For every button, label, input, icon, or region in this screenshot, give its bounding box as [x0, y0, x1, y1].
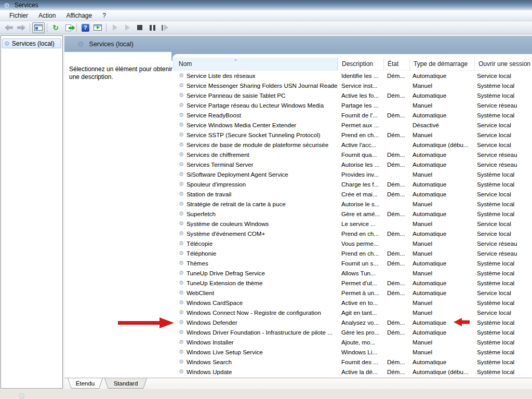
- service-state-cell: Dém...: [383, 131, 409, 138]
- help-icon[interactable]: ?: [79, 22, 91, 33]
- service-description-cell: Prend en ch...: [338, 250, 383, 257]
- service-name-cell: ⚙Services de chiffrement: [172, 151, 338, 158]
- service-row[interactable]: ⚙Service Partage réseau du Lecteur Windo…: [172, 100, 532, 110]
- tab-tendu[interactable]: Étendu: [68, 378, 103, 389]
- service-name-cell: ⚙Windows Search: [172, 358, 338, 365]
- service-row[interactable]: ⚙WebClientPermet à un...Dém...Automatiqu…: [172, 288, 532, 298]
- service-row[interactable]: ⚙Windows Driver Foundation - Infrastruct…: [172, 327, 532, 337]
- column-header-nom[interactable]: Nom▲: [172, 58, 338, 70]
- tab-standard[interactable]: Standard: [104, 378, 147, 389]
- service-startup-type-cell: Manuel: [409, 299, 474, 306]
- service-startup-type-cell: Manuel: [409, 171, 474, 178]
- menu-item-affichage[interactable]: Affichage: [61, 11, 97, 20]
- service-logon-cell: Service local: [474, 141, 532, 148]
- service-row[interactable]: ⚙Services de chiffrementFournit qua...Dé…: [172, 150, 532, 159]
- service-row[interactable]: ⚙SiSoftware Deployment Agent ServiceProv…: [172, 169, 532, 179]
- service-row[interactable]: ⚙Windows Connect Now - Registre de confi…: [172, 308, 532, 317]
- service-row[interactable]: ⚙Service ReadyBoostFournit de l'...Dém..…: [172, 110, 532, 120]
- service-row[interactable]: ⚙Service SSTP (Secure Socket Tunneling P…: [172, 130, 532, 140]
- service-description-cell: Le service ...: [338, 220, 383, 227]
- nav-forward-icon[interactable]: [15, 22, 28, 33]
- stop-service-icon[interactable]: [134, 22, 146, 33]
- service-startup-type-cell: Automatique: [409, 329, 474, 336]
- service-row[interactable]: ⚙Windows InstallerAjoute, mo...ManuelSys…: [172, 337, 532, 347]
- service-state-cell: Dém...: [383, 112, 409, 118]
- refresh-icon[interactable]: ↻: [49, 22, 62, 33]
- service-gear-icon: ⚙: [179, 142, 184, 148]
- services-app-icon: ⚙: [4, 2, 10, 9]
- start-service-icon: [113, 24, 117, 31]
- service-description-cell: Partage les ...: [338, 102, 383, 109]
- service-logon-cell: Système local: [474, 349, 532, 355]
- service-row[interactable]: ⚙Système d'événement COM+Prend en ch...D…: [172, 229, 532, 238]
- service-gear-icon: ⚙: [179, 201, 184, 207]
- services-icon: ⚙: [4, 41, 10, 47]
- start-service-icon[interactable]: [109, 22, 121, 33]
- menu-item-?[interactable]: ?: [97, 11, 111, 20]
- service-row[interactable]: ⚙Windows Live Setup ServiceWindows Li...…: [172, 347, 532, 357]
- service-name-cell: ⚙Thèmes: [172, 260, 338, 267]
- service-description-cell: Prend en ch...: [338, 230, 383, 237]
- service-gear-icon: ⚙: [179, 280, 184, 286]
- service-row[interactable]: ⚙ThèmesFournit un s...Dém...AutomatiqueS…: [172, 258, 532, 268]
- service-row[interactable]: ⚙TuneUp Drive Defrag ServiceAllows Tun..…: [172, 268, 532, 278]
- service-startup-type-cell: Manuel: [409, 309, 474, 316]
- tab-label: Standard: [105, 378, 147, 388]
- service-row[interactable]: ⚙Service Windows Media Center ExtenderPe…: [172, 120, 532, 130]
- restart-service-icon[interactable]: [158, 22, 171, 33]
- service-row[interactable]: ⚙Windows CardSpaceActive en to...ManuelS…: [172, 298, 532, 308]
- service-row[interactable]: ⚙Service Liste des réseauxIdentifie les …: [172, 71, 532, 81]
- service-gear-icon: ⚙: [179, 260, 184, 266]
- menu-item-fichier[interactable]: Fichier: [4, 11, 33, 20]
- service-logon-cell: Système local: [474, 299, 532, 306]
- service-description-cell: Autorise le s...: [338, 201, 383, 207]
- service-row[interactable]: ⚙Système de couleurs WindowsLe service .…: [172, 219, 532, 229]
- service-logon-cell: Service réseau: [474, 151, 532, 158]
- service-gear-icon: ⚙: [179, 369, 184, 375]
- service-row[interactable]: ⚙Stratégie de retrait de la carte à puce…: [172, 199, 532, 209]
- service-gear-icon: ⚙: [179, 310, 184, 315]
- service-gear-icon: ⚙: [179, 270, 184, 276]
- tree-item-services-local[interactable]: ⚙ Services (local): [2, 38, 61, 48]
- resume-service-icon[interactable]: [121, 22, 134, 33]
- service-gear-icon: ⚙: [179, 122, 184, 128]
- service-startup-type-cell: Automatique: [409, 358, 474, 365]
- service-row[interactable]: ⚙SuperfetchGère et amé...Dém...Automatiq…: [172, 209, 532, 219]
- menu-item-action[interactable]: Action: [33, 11, 61, 20]
- show-extended-pane-icon[interactable]: [91, 22, 104, 33]
- service-row[interactable]: ⚙TéléphoniePrend en ch...Dém...ManuelSer…: [172, 248, 532, 258]
- column-header-description[interactable]: Description: [338, 58, 383, 70]
- service-logon-cell: Système local: [474, 82, 532, 89]
- service-name-cell: ⚙Service Liste des réseaux: [172, 72, 338, 79]
- pause-service-icon[interactable]: [146, 22, 158, 33]
- column-header--tat[interactable]: État: [383, 58, 409, 70]
- show-console-tree-icon[interactable]: [32, 22, 45, 33]
- tab-label: Étendu: [68, 378, 102, 388]
- service-startup-type-cell: Automatique: [409, 230, 474, 237]
- service-row[interactable]: ⚙Windows UpdateActive la dé...Dém...Auto…: [172, 367, 532, 377]
- service-row[interactable]: ⚙TélécopieVous perme...ManuelService rés…: [172, 238, 532, 248]
- service-gear-icon: ⚙: [179, 181, 184, 187]
- service-description-cell: Charge les f...: [338, 181, 383, 188]
- column-header-ouvrir-une-session[interactable]: Ouvrir une session: [474, 58, 532, 70]
- export-list-icon[interactable]: [62, 22, 74, 33]
- service-row[interactable]: ⚙Spouleur d'impressionCharge les f...Dém…: [172, 179, 532, 189]
- service-gear-icon: ⚙: [179, 349, 184, 355]
- nav-back-icon[interactable]: [3, 22, 15, 33]
- column-header-type-de-d-marrage[interactable]: Type de démarrage: [409, 58, 474, 70]
- service-state-cell: Dém...: [383, 92, 409, 99]
- service-logon-cell: Service réseau: [474, 102, 532, 109]
- service-description-cell: Active les fo...: [338, 92, 383, 99]
- service-row[interactable]: ⚙Service Panneau de saisie Tablet PCActi…: [172, 90, 532, 100]
- service-row[interactable]: ⚙Windows DefenderAnalysez vo...Dém...Aut…: [172, 317, 532, 327]
- service-logon-cell: Système local: [474, 201, 532, 207]
- service-row[interactable]: ⚙Station de travailCrée et mai...Dém...A…: [172, 189, 532, 199]
- service-row[interactable]: ⚙Service Messenger Sharing Folders USN J…: [172, 81, 532, 90]
- service-row[interactable]: ⚙TuneUp Extension de thèmePermet d'ut...…: [172, 278, 532, 288]
- service-row[interactable]: ⚙Services de base de module de plateform…: [172, 140, 532, 150]
- service-name-cell: ⚙Service Messenger Sharing Folders USN J…: [172, 82, 338, 89]
- service-row[interactable]: ⚙Windows SearchFournit des ...Dém...Auto…: [172, 357, 532, 367]
- menu-bar: FichierActionAffichage?: [0, 10, 532, 21]
- service-row[interactable]: ⚙Services Terminal ServerAutorise les ..…: [172, 159, 532, 169]
- service-name-cell: ⚙Windows Defender: [172, 319, 338, 326]
